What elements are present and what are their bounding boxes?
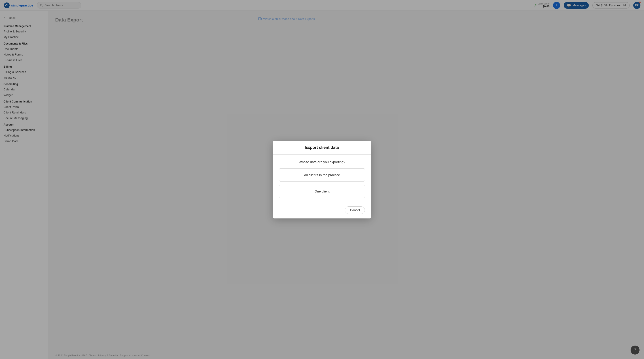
modal: Export client data Whose data are you ex…	[273, 141, 322, 180]
modal-header: Export client data	[273, 141, 322, 155]
modal-overlay[interactable]: Export client data Whose data are you ex…	[0, 0, 322, 180]
modal-title: Export client data	[279, 145, 322, 150]
modal-question: Whose data are you exporting?	[279, 160, 322, 164]
modal-body: Whose data are you exporting? All client…	[273, 155, 322, 180]
all-clients-option[interactable]: All clients in the practice	[279, 168, 322, 180]
